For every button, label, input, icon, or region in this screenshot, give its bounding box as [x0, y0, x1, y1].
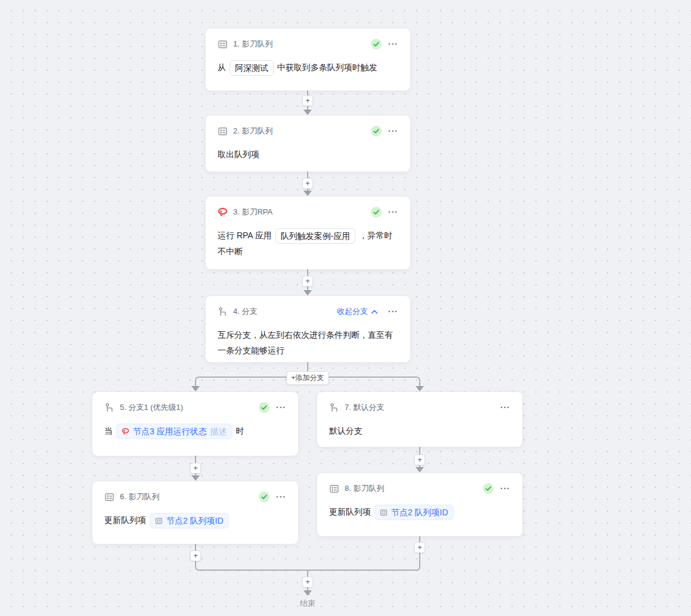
end-label: 结束: [300, 598, 315, 609]
collapse-branches-link[interactable]: 收起分支: [337, 306, 378, 317]
node-card-5-branch-condition[interactable]: 5. 分支1 (优先级1) ··· 当 节点3 应用运行状态描述 时: [92, 392, 298, 456]
insert-node-button[interactable]: +: [302, 95, 313, 106]
node-description: 运行 RPA 应用 队列触发案例-应用 ，异常时不中断: [206, 228, 410, 267]
description-text: 更新队列项: [329, 507, 373, 517]
node-header: 6. 影刀队列 ···: [92, 481, 298, 503]
insert-node-button[interactable]: +: [414, 455, 425, 465]
node-card-8-queue-update[interactable]: 8. 影刀队列 ··· 更新队列项 节点2 队列项ID: [317, 473, 522, 536]
insert-node-button[interactable]: +: [302, 178, 313, 189]
more-menu-button[interactable]: ···: [387, 306, 399, 317]
node-card-4-branch[interactable]: 4. 分支 收起分支 ··· 互斥分支，从左到右依次进行条件判断，直至有一条分支…: [206, 296, 410, 362]
node-description: 当 节点3 应用运行状态描述 时: [92, 423, 298, 447]
branch-icon: [104, 403, 114, 413]
node-description: 默认分支: [317, 423, 522, 447]
variable-chip[interactable]: 队列触发案例-应用: [275, 228, 356, 244]
node-card-6-queue-update[interactable]: 6. 影刀队列 ··· 更新队列项 节点2 队列项ID: [92, 481, 298, 544]
chip-label: 节点2 队列项ID: [166, 515, 224, 527]
node-description: 更新队列项 节点2 队列项ID: [92, 512, 298, 537]
description-text: 从: [218, 63, 228, 72]
queue-icon: [329, 484, 339, 494]
insert-node-button[interactable]: +: [414, 542, 425, 553]
queue-icon: [218, 39, 228, 49]
node-title: 3. 影刀RPA: [233, 207, 272, 217]
chip-label: 节点3 应用运行状态: [133, 425, 207, 437]
success-check-icon: [371, 207, 382, 217]
variable-chip[interactable]: 阿深测试: [230, 60, 274, 76]
more-menu-button[interactable]: ···: [387, 39, 399, 49]
node-header: 8. 影刀队列 ···: [317, 473, 522, 495]
node-card-7-default-branch[interactable]: 7. 默认分支 ··· 默认分支: [317, 392, 522, 447]
description-text: 取出队列项: [218, 150, 259, 159]
node-title: 2. 影刀队列: [233, 126, 272, 136]
node-title: 7. 默认分支: [345, 402, 384, 413]
node-title: 5. 分支1 (优先级1): [120, 402, 183, 413]
more-menu-button[interactable]: ···: [275, 402, 287, 413]
more-menu-button[interactable]: ···: [387, 126, 399, 136]
queue-icon: [218, 126, 228, 136]
queue-icon: [380, 509, 388, 517]
more-menu-button[interactable]: ···: [275, 491, 287, 502]
branch-icon: [329, 403, 339, 413]
node-header: 4. 分支 收起分支 ···: [206, 296, 410, 318]
more-menu-button[interactable]: ···: [499, 402, 512, 413]
more-menu-button[interactable]: ···: [499, 483, 512, 494]
node-header: 7. 默认分支 ···: [317, 392, 522, 414]
node-header: 2. 影刀队列 ···: [206, 116, 410, 138]
workflow-canvas[interactable]: + + + + + + + + +添加分支 结束 1. 影刀队列 ··· 从 阿…: [0, 0, 691, 616]
node-header: 1. 影刀队列 ···: [206, 29, 410, 51]
chip-label: 阿深测试: [235, 62, 268, 74]
insert-node-button[interactable]: +: [302, 276, 313, 287]
description-text: 互斥分支，从左到右依次进行条件判断，直至有一条分支能够运行: [218, 330, 393, 355]
node-description: 互斥分支，从左到右依次进行条件判断，直至有一条分支能够运行: [206, 327, 410, 362]
success-check-icon: [483, 483, 494, 494]
more-menu-button[interactable]: ···: [387, 207, 399, 217]
variable-chip[interactable]: 节点2 队列项ID: [374, 505, 454, 520]
rpa-icon: [122, 428, 129, 435]
insert-node-button[interactable]: +: [190, 550, 201, 561]
variable-chip[interactable]: 节点2 队列项ID: [150, 513, 229, 528]
success-check-icon: [259, 491, 269, 502]
chip-label: 描述: [210, 425, 227, 437]
description-text: 默认分支: [329, 426, 362, 435]
description-text: 时: [234, 426, 244, 435]
variable-chip[interactable]: 节点3 应用运行状态描述: [116, 424, 233, 439]
chip-label: 节点2 队列项ID: [391, 506, 448, 518]
node-card-3-rpa-run[interactable]: 3. 影刀RPA ··· 运行 RPA 应用 队列触发案例-应用 ，异常时不中断: [206, 197, 410, 269]
chip-label: 队列触发案例-应用: [281, 230, 351, 242]
description-text: 运行 RPA 应用: [218, 231, 274, 240]
node-card-1-queue-trigger[interactable]: 1. 影刀队列 ··· 从 阿深测试 中获取到多条队列项时触发: [206, 29, 410, 91]
branch-icon: [218, 307, 228, 317]
rpa-icon: [218, 207, 228, 217]
node-header: 3. 影刀RPA ···: [206, 197, 410, 219]
success-check-icon: [371, 39, 382, 49]
node-description: 更新队列项 节点2 队列项ID: [317, 504, 522, 528]
node-description: 取出队列项: [206, 147, 410, 170]
node-header: 5. 分支1 (优先级1) ···: [92, 392, 298, 414]
insert-node-button[interactable]: +: [302, 577, 313, 587]
queue-icon: [104, 492, 114, 502]
node-title: 6. 影刀队列: [120, 491, 159, 502]
chevron-up-icon: [371, 307, 378, 316]
node-title: 8. 影刀队列: [345, 483, 384, 494]
node-title: 1. 影刀队列: [233, 39, 272, 49]
queue-icon: [155, 517, 163, 525]
description-text: 当: [104, 426, 115, 435]
node-card-2-queue-fetch[interactable]: 2. 影刀队列 ··· 取出队列项: [206, 116, 410, 172]
add-branch-button[interactable]: +添加分支: [286, 371, 329, 385]
node-title: 4. 分支: [233, 306, 257, 317]
success-check-icon: [371, 126, 382, 136]
collapse-branches-label: 收起分支: [337, 306, 368, 317]
description-text: 中获取到多条队列项时触发: [275, 63, 377, 72]
success-check-icon: [259, 402, 269, 413]
node-description: 从 阿深测试 中获取到多条队列项时触发: [206, 60, 410, 84]
description-text: 更新队列项: [104, 515, 148, 525]
insert-node-button[interactable]: +: [190, 463, 201, 474]
